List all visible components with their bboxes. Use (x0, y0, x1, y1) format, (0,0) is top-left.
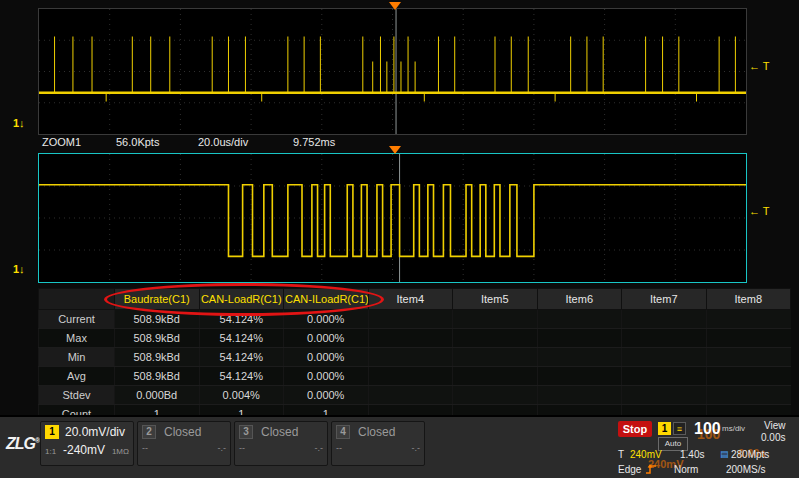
channel4-block[interactable]: 4 Closed -- -.- (331, 421, 425, 466)
cell-min-8 (706, 348, 791, 367)
measurement-slot-3[interactable]: CAN-ILoadR(C1) (284, 289, 369, 310)
zoom-waveform (39, 154, 746, 282)
measurement-slot-2[interactable]: CAN-LoadR(C1) (199, 289, 284, 310)
channel1-position-marker[interactable]: 1↓ (13, 117, 25, 129)
zlg-logo: ZLG® (6, 435, 39, 453)
delay-value: 1.40s (680, 449, 704, 460)
status-bar: ZLG® 1 20.0mV/div 1:1 -240mV 1MΩ 2 Close… (0, 415, 799, 478)
channel2-block[interactable]: 2 Closed -- -.- (137, 421, 231, 466)
channel3-sub-right: -.- (315, 443, 324, 453)
measurement-slot-4[interactable]: Item4 (368, 289, 453, 310)
cell-stdev-5 (453, 386, 538, 405)
channel2-badge: 2 (142, 425, 156, 439)
measurement-slot-1[interactable]: Baudrate(C1) (115, 289, 200, 310)
channel2-sub-right: -.- (218, 443, 227, 453)
row-label-stdev: Stdev (39, 386, 115, 405)
cell-min-7 (622, 348, 707, 367)
menu-icon[interactable]: ≡ (673, 422, 686, 435)
measurement-slot-7[interactable]: Item7 (622, 289, 707, 310)
zoom-scale[interactable]: 20.0us/div (198, 136, 248, 148)
cell-min-1: 508.9kBd (115, 348, 200, 367)
cell-current-5 (453, 310, 538, 329)
channel4-sub-left: -- (336, 443, 342, 453)
zoom-trigger-level-marker[interactable]: ← T (749, 205, 770, 217)
cell-avg-5 (453, 367, 538, 386)
sample-rate: 200MS/s (726, 464, 765, 475)
rising-edge-icon (645, 463, 657, 477)
channel3-sub-left: -- (239, 443, 245, 453)
channel1-impedance: 1MΩ (112, 447, 129, 456)
cell-current-6 (537, 310, 622, 329)
cell-avg-4 (368, 367, 453, 386)
channel3-state: Closed (261, 425, 298, 439)
trigger-level-marker[interactable]: ← T (749, 60, 770, 72)
row-label-current: Current (39, 310, 115, 329)
channel4-sub-right: -.- (412, 443, 421, 453)
zoom-channel1-position-marker[interactable]: 1↓ (13, 263, 25, 275)
oscilloscope-screen: ← T 1↓ ZOOM1 56.0Kpts 20.0us/div 9.752ms… (0, 0, 799, 478)
cell-current-2: 54.124% (199, 310, 284, 329)
main-waveform (39, 9, 746, 134)
main-waveform-panel (38, 8, 747, 135)
view-value: 0.00s (761, 432, 785, 443)
cell-min-3: 0.000% (284, 348, 369, 367)
cell-avg-2: 54.124% (199, 367, 284, 386)
table-corner (39, 289, 115, 310)
cell-current-3: 0.000% (284, 310, 369, 329)
trigger-type[interactable]: Edge (618, 464, 641, 475)
cell-stdev-7 (622, 386, 707, 405)
timebase-unit: ms/div (722, 424, 745, 433)
channel1-scale: 20.0mV/div (65, 425, 125, 439)
row-label-min: Min (39, 348, 115, 367)
cell-avg-3: 0.000% (284, 367, 369, 386)
measurement-slot-5[interactable]: Item5 (453, 289, 538, 310)
cell-avg-6 (537, 367, 622, 386)
cell-avg-7 (622, 367, 707, 386)
measurement-slot-8[interactable]: Item8 (706, 289, 791, 310)
cell-min-5 (453, 348, 538, 367)
zoom-waveform-panel (38, 153, 747, 283)
zoom-points: 56.0Kpts (116, 136, 159, 148)
channel1-badge: 1 (45, 425, 59, 439)
acquisition-cluster: Stop 1 ≡ Auto 100 100 ms/div View 0.00s … (618, 420, 796, 478)
cell-current-8 (706, 310, 791, 329)
cell-avg-1: 508.9kBd (115, 367, 200, 386)
cell-min-4 (368, 348, 453, 367)
cell-avg-8 (706, 367, 791, 386)
cell-stdev-1: 0.000Bd (115, 386, 200, 405)
cell-max-7 (622, 329, 707, 348)
channel2-state: Closed (164, 425, 201, 439)
channel3-badge: 3 (239, 425, 253, 439)
cell-max-1: 508.9kBd (115, 329, 200, 348)
channel4-badge: 4 (336, 425, 350, 439)
memory-depth: 280Mpts (731, 449, 769, 460)
trigger-norm-label[interactable]: Norm (674, 464, 698, 475)
cell-stdev-3: 0.000% (284, 386, 369, 405)
zoom-trigger-position-marker[interactable] (389, 146, 401, 154)
trigger-position-marker[interactable] (389, 2, 401, 10)
zoom-position[interactable]: 9.752ms (293, 136, 335, 148)
cell-max-3: 0.000% (284, 329, 369, 348)
channel1-probe: 1:1 (45, 447, 56, 456)
memory-icon: ▤ (720, 449, 729, 459)
cell-stdev-2: 0.004% (199, 386, 284, 405)
trigger-level-value[interactable]: 240mV (630, 449, 662, 460)
cell-current-4 (368, 310, 453, 329)
channel1-block[interactable]: 1 20.0mV/div 1:1 -240mV 1MΩ (40, 421, 134, 466)
cell-stdev-6 (537, 386, 622, 405)
measurement-slot-6[interactable]: Item6 (537, 289, 622, 310)
trigger-t-label: T (618, 449, 624, 460)
cell-min-2: 54.124% (199, 348, 284, 367)
row-label-max: Max (39, 329, 115, 348)
measurement-table: Baudrate(C1)CAN-LoadR(C1)CAN-ILoadR(C1)I… (38, 288, 791, 424)
view-label[interactable]: View (764, 420, 786, 431)
cell-stdev-8 (706, 386, 791, 405)
cell-stdev-4 (368, 386, 453, 405)
trigger-source-badge[interactable]: 1 (658, 422, 671, 435)
channel3-block[interactable]: 3 Closed -- -.- (234, 421, 328, 466)
timebase-value[interactable]: 100 (694, 420, 721, 438)
channel1-offset: -240mV (63, 443, 105, 457)
run-stop-button[interactable]: Stop (618, 421, 652, 437)
cell-max-5 (453, 329, 538, 348)
channel4-state: Closed (358, 425, 395, 439)
